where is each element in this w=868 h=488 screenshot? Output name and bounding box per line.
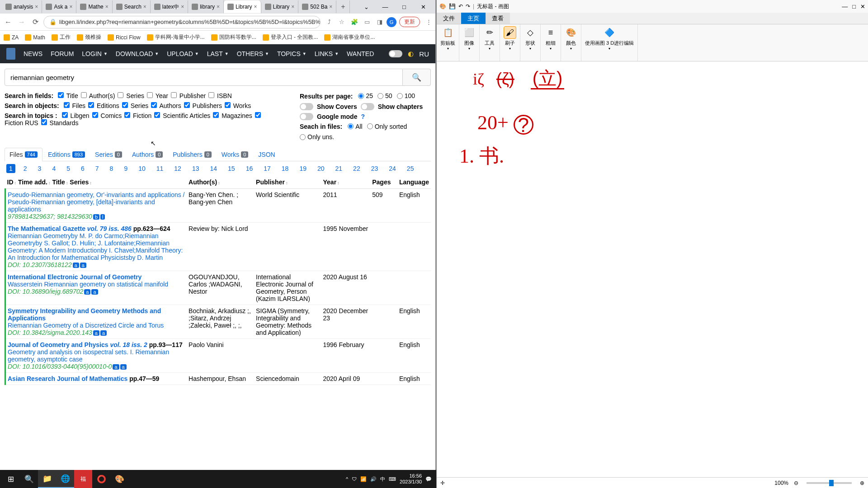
zoom-in-icon[interactable]: ⊕ [860,480,864,486]
page-link[interactable]: 6 [78,164,87,173]
result-tab-files[interactable]: Files 744 [5,148,42,161]
ribbon-形状[interactable]: ◇形状▾ [520,24,541,61]
series-link[interactable]: Journal of Geometry and Physics [8,341,108,348]
page-link[interactable]: 12 [171,164,184,173]
nav-download[interactable]: DOWNLOAD ▼ [116,50,159,57]
files-radio[interactable] [367,123,373,129]
bookmark-item[interactable]: Math [25,34,45,41]
dropdown-icon[interactable]: ⌄ [359,4,374,10]
star-icon[interactable]: ☆ [338,18,346,26]
chrome-icon[interactable]: 🌐 [56,470,74,488]
result-tab-series[interactable]: Series 0 [90,148,127,161]
checkbox-standards[interactable] [41,119,47,125]
nav-news[interactable]: NEWS [24,50,42,57]
col-authors[interactable]: Author(s)↕ [187,176,254,189]
browser-tab[interactable]: Mathe× [76,0,112,13]
checkbox-title[interactable] [58,92,64,98]
page-link[interactable]: 19 [297,164,309,173]
browser-tab[interactable]: Search× [113,0,151,13]
reload-icon[interactable]: ⟳ [30,17,41,28]
page-link[interactable]: 3 [35,164,44,173]
tray-chevron-icon[interactable]: ^ [346,476,348,482]
checkbox-authors[interactable] [151,102,157,108]
paint-taskbar-icon[interactable]: 🎨 [110,470,128,488]
checkbox-series[interactable] [118,92,123,98]
page-link[interactable]: 14 [207,164,220,173]
checkbox-magazines[interactable] [213,112,219,118]
reading-list-icon[interactable]: ▭ [363,18,371,26]
mirror-badge[interactable]: a [93,330,99,336]
checkbox-fiction rus[interactable] [255,112,261,118]
checkbox-publishers[interactable] [184,102,190,108]
back-icon[interactable]: ← [3,17,14,28]
undo-icon[interactable]: ↶ [458,3,463,9]
minimize-icon[interactable]: — [377,4,393,10]
show-chapters-toggle[interactable] [361,103,374,110]
search-button[interactable]: 🔍 [403,69,431,86]
checkbox-isbn[interactable] [208,92,214,98]
page-link[interactable]: 11 [154,164,166,173]
google-mode-toggle[interactable] [300,113,313,120]
page-link[interactable]: 5 [64,164,73,173]
forward-icon[interactable]: → [16,17,27,28]
checkbox-scientific articles[interactable] [154,112,160,118]
nav-wanted[interactable]: WANTED [347,50,374,57]
new-tab-button[interactable]: + [336,0,350,13]
mirror-badge[interactable]: a [113,364,119,370]
col-year[interactable]: Year↕ [321,176,371,189]
col-title[interactable]: ID↕ Time add.↕ Title↕ Series↕ [5,176,187,189]
zoom-slider[interactable] [807,482,852,484]
page-link[interactable]: 2 [21,164,30,173]
panel-icon[interactable]: ◨ [376,18,384,26]
page-link[interactable]: 9 [121,164,130,173]
checkbox-fiction[interactable] [124,112,130,118]
bookmark-item[interactable]: Ricci Flow [108,34,141,41]
maximize-icon[interactable]: □ [396,4,412,10]
series-link[interactable]: Asian Research Journal of Mathematics [8,375,127,382]
paint-maximize-icon[interactable]: □ [852,3,856,10]
help-link[interactable]: ? [361,113,365,120]
ribbon-图像[interactable]: ⬜图像▾ [459,24,480,61]
page-link[interactable]: 20 [315,164,327,173]
nav-topics[interactable]: TOPICS ▼ [277,50,307,57]
ribbon-使用画图 3 D进行编辑[interactable]: 🔷使用画图 3 D进行编辑▾ [581,24,638,61]
col-publisher[interactable]: Publisher↕ [254,176,321,189]
page-link[interactable]: 17 [261,164,274,173]
mirror-badge[interactable]: a [91,289,98,295]
page-link[interactable]: 22 [350,164,363,173]
page-link[interactable]: 21 [333,164,345,173]
zoom-out-icon[interactable]: ⊖ [794,480,798,486]
title-link[interactable]: Wasserstein Riemannian geometry on stati… [8,281,168,288]
paint-tab-0[interactable]: 文件 [437,13,461,24]
title-link[interactable]: Geometry and analysis on isospectral set… [8,348,169,363]
mirror-badge[interactable]: a [120,364,127,370]
checkbox-files[interactable] [64,102,70,108]
rpp-radio[interactable] [397,93,403,99]
nav-upload[interactable]: UPLOAD ▼ [167,50,199,57]
tray-notifications-icon[interactable]: 💬 [425,476,432,482]
bookmark-item[interactable]: 登录入口 - 全国教... [263,33,318,41]
page-link[interactable]: 24 [386,164,399,173]
ribbon-刷子[interactable]: 🖌刷子▾ [500,24,520,61]
search-taskbar-icon[interactable]: 🔍 [20,470,38,488]
paint-tab-2[interactable]: 查看 [486,13,510,24]
checkbox-year[interactable] [147,92,153,98]
page-link[interactable]: 4 [49,164,58,173]
bookmark-item[interactable]: 湖南省事业单位... [324,33,375,41]
result-tab-publishers[interactable]: Publishers 0 [168,148,216,161]
tray-clock[interactable]: 16:562023/1/30 [400,473,422,485]
tray-ime-icon[interactable]: 中 [380,476,385,483]
mirror-badge[interactable]: a [73,263,79,268]
update-button[interactable]: 更新 [399,17,420,27]
col-pages[interactable]: Pages [370,176,397,189]
series-link[interactable]: Symmetry Integrability and Geometry Meth… [8,307,161,322]
ribbon-颜色[interactable]: 🎨颜色▾ [561,24,581,61]
mirror-badge[interactable]: a [100,330,107,336]
browser-tab[interactable]: Ask a× [42,0,76,13]
bookmark-item[interactable]: 学科网-海量中小学... [147,33,205,41]
result-tab-json[interactable]: JSON [254,148,279,161]
nav-links[interactable]: LINKS ▼ [315,50,339,57]
page-link[interactable]: 7 [93,164,102,173]
result-tab-authors[interactable]: Authors 0 [127,148,167,161]
result-tab-editions[interactable]: Editions 893 [43,148,90,161]
